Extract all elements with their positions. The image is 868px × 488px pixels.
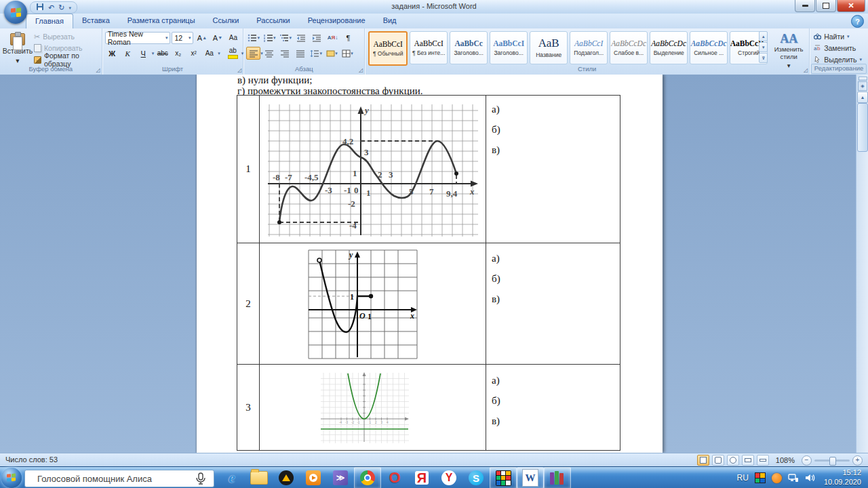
underline-button[interactable]: Ч [136,47,151,60]
answer-line[interactable]: в) [492,144,500,156]
help-icon[interactable]: ? [851,15,864,28]
view-draft-button[interactable] [757,455,769,466]
graph-2[interactable]: y x O 1 1 [307,249,420,361]
numbering-button[interactable]: ▾ [262,31,277,44]
change-case-dropdown-icon[interactable]: ▾ [218,51,220,56]
answer-line[interactable]: а) [492,104,500,115]
zoom-out-button[interactable]: − [802,455,812,466]
tab-razmetka[interactable]: Разметка страницы [119,14,204,28]
sort-button[interactable]: АЯ↓ [326,31,340,44]
style-no-spacing[interactable]: AaBbCcI¶ Без инте... [410,31,448,64]
shrink-font-button[interactable]: A▼ [210,31,224,44]
table-cell-number-2[interactable]: 2 [237,243,260,365]
answer-line[interactable]: б) [492,395,500,407]
view-print-layout-button[interactable] [697,455,709,466]
graph-3[interactable]: -4 -3 -2 -1 1 2 3 4 [318,370,412,446]
decrease-indent-button[interactable] [294,31,309,44]
gallery-down-icon[interactable]: ▼ [759,42,768,52]
borders-button[interactable]: ▾ [340,47,355,60]
style-emphasis[interactable]: AaBbCcDcВыделение [650,31,688,64]
subscript-button[interactable]: x₂ [171,47,185,60]
scrollbar-thumb[interactable] [857,103,868,152]
vertical-scrollbar[interactable]: ◈ ▲ [856,75,868,453]
alice-search-box[interactable]: Голосовой помощник Алиса [24,470,214,487]
document-page[interactable]: в) нули функции; г) промежутки знакопост… [197,75,663,453]
clock[interactable]: 15:12 10.09.2020 [824,468,861,487]
change-case-button[interactable]: Aa [202,47,216,60]
line-spacing-button[interactable]: ▾ [309,47,323,60]
view-outline-button[interactable] [742,455,754,466]
align-right-button[interactable] [277,47,292,60]
styles-dialog-launcher-icon[interactable]: ◿ [804,67,808,73]
answer-line[interactable]: б) [492,273,500,285]
style-subtitle[interactable]: AaBbCcIПодзагол... [570,31,608,64]
opera-icon[interactable]: O [381,467,408,488]
zoom-in-button[interactable]: + [852,455,863,466]
table-cell-answers-1[interactable]: а) б) в) [486,96,620,243]
answer-line[interactable]: б) [492,124,500,136]
internet-explorer-icon[interactable]: e [218,467,245,488]
highlight-button[interactable]: ab [226,47,240,60]
table-cell-answers-2[interactable]: а) б) в) [486,243,620,365]
tab-recenzirovanie[interactable]: Рецензирование [299,14,374,28]
winrar-icon[interactable] [544,467,571,488]
style-normal[interactable]: AaBbCcI¶ Обычный [368,31,408,66]
answer-line[interactable]: а) [492,375,500,386]
view-web-layout-button[interactable] [727,455,739,466]
tab-rassylki[interactable]: Рассылки [248,14,298,28]
network-icon[interactable] [788,473,799,483]
chrome-icon[interactable] [354,467,381,488]
tab-glavnaya[interactable]: Главная [26,14,73,28]
font-name-combo[interactable]: Times New Roman▾ [105,32,171,44]
table-cell-graph-2[interactable]: y x O 1 1 [260,243,486,365]
zoom-slider[interactable] [814,460,850,462]
strikethrough-button[interactable]: abc [155,47,170,60]
table-cell-graph-3[interactable]: -4 -3 -2 -1 1 2 3 4 [260,365,486,450]
doc-text-line[interactable]: в) нули функции; [237,75,312,86]
font-dialog-launcher-icon[interactable]: ◿ [237,67,241,73]
restore-button[interactable] [816,0,836,12]
change-styles-button[interactable]: АА Изменить стили ▾ [771,31,806,65]
clear-formatting-button[interactable]: Aa [226,31,240,44]
close-button[interactable]: ✕ [837,0,865,12]
cut-button[interactable]: ✂Вырезать [34,32,102,41]
bold-button[interactable]: Ж [105,47,119,60]
superscript-button[interactable]: x² [186,47,201,60]
language-indicator[interactable]: RU [737,473,749,483]
style-heading2[interactable]: AaBbCcIЗаголово... [490,31,528,64]
style-subtle-emphasis[interactable]: AaBbCcDcСлабое в... [610,31,648,64]
bullets-button[interactable]: ▾ [246,31,261,44]
rubiks-cube-icon[interactable] [490,467,517,488]
format-painter-button[interactable]: Формат по образцу [34,55,102,64]
style-heading1[interactable]: AaBbCcЗаголово... [450,31,488,64]
office-button[interactable] [4,1,27,24]
gallery-up-icon[interactable]: ▲ [759,31,768,41]
select-button[interactable]: Выделить▾ [814,55,862,64]
view-fullscreen-button[interactable] [712,455,724,466]
answer-line[interactable]: в) [492,415,500,427]
aimp-icon[interactable] [273,467,300,488]
grow-font-button[interactable]: A▲ [195,31,209,44]
table-cell-graph-1[interactable]: y x 4,2 3 1 -8 -7 -4,5 -3 -1 0 1 [260,96,486,243]
split-handle[interactable] [859,77,867,81]
paste-button[interactable]: Вставить ▾ [3,31,33,65]
media-player-icon[interactable] [300,467,327,488]
tray-cube-icon[interactable] [755,472,766,483]
minimize-button[interactable] [795,0,815,12]
table-cell-number-3[interactable]: 3 [237,365,260,450]
word-count[interactable]: Число слов: 53 [5,455,58,464]
tab-vid[interactable]: Вид [374,14,406,28]
tab-vstavka[interactable]: Вставка [73,14,119,28]
clipboard-dialog-launcher-icon[interactable]: ◿ [96,67,100,73]
table-cell-number-1[interactable]: 1 [237,96,260,243]
yandex-browser-icon[interactable]: Я [408,467,435,488]
file-explorer-icon[interactable] [245,467,273,488]
paste-dropdown-icon[interactable]: ▾ [16,56,19,64]
microphone-icon[interactable] [193,472,208,485]
find-button[interactable]: Найти▾ [814,32,862,41]
graph-1[interactable]: y x 4,2 3 1 -8 -7 -4,5 -3 -1 0 1 [262,101,482,241]
shading-button[interactable]: ▾ [325,47,339,60]
style-intense-emphasis[interactable]: AaBbCcDcСильное ... [690,31,728,64]
volume-icon[interactable] [805,473,815,483]
align-center-button[interactable] [262,47,276,60]
